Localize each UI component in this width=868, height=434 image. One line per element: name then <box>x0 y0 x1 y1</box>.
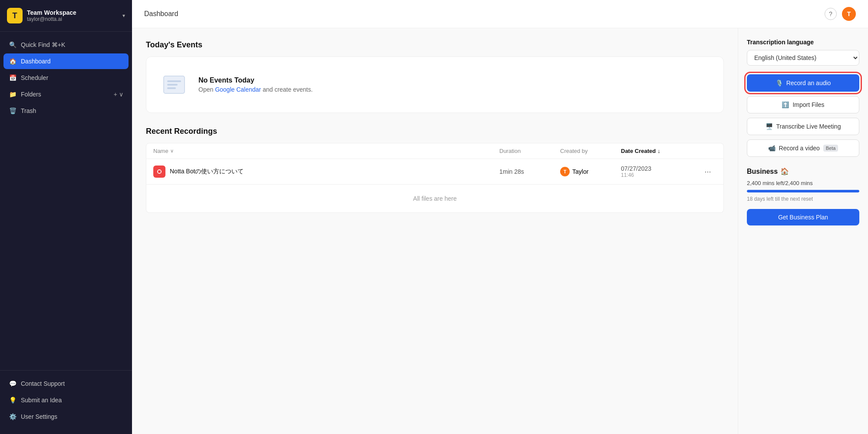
recording-date: 07/27/2023 11:46 <box>621 165 699 178</box>
sidebar-item-label: Submit an Idea <box>21 397 123 404</box>
col-date-created[interactable]: Date Created ↓ <box>621 148 699 154</box>
sidebar-item-folders[interactable]: 📁 Folders + ∨ <box>3 86 129 102</box>
workspace-header[interactable]: T Team Workspace taylor@notta.ai ▾ <box>0 0 132 32</box>
home-icon: 🏠 <box>9 58 17 65</box>
sidebar: T Team Workspace taylor@notta.ai ▾ 🔍 Qui… <box>0 0 132 434</box>
folder-actions: + ∨ <box>114 91 123 98</box>
recording-icon <box>153 166 165 178</box>
trash-icon: 🗑️ <box>9 107 17 114</box>
sidebar-item-user-settings[interactable]: ⚙️ User Settings <box>3 409 129 424</box>
recording-duration: 1min 28s <box>499 168 560 175</box>
avatar[interactable]: T <box>842 7 856 21</box>
recordings-section: Recent Recordings Name ∨ Duration Create… <box>146 127 724 213</box>
sidebar-item-label: User Settings <box>21 413 123 420</box>
google-calendar-link[interactable]: Google Calendar <box>215 86 261 93</box>
col-duration: Duration <box>499 148 560 154</box>
no-events-description: Open Google Calendar and create events. <box>198 86 313 93</box>
sidebar-item-label: Dashboard <box>21 58 123 65</box>
sidebar-item-trash[interactable]: 🗑️ Trash <box>3 103 129 119</box>
sidebar-item-label: Trash <box>21 107 123 114</box>
top-bar: Dashboard ? T <box>132 0 868 28</box>
record-video-button[interactable]: 📹 Record a video Beta <box>747 139 859 157</box>
progress-bar-fill <box>747 190 859 192</box>
no-events-illustration <box>160 71 188 99</box>
col-actions <box>699 148 716 154</box>
col-name[interactable]: Name ∨ <box>153 148 499 154</box>
crown-icon: 🏠 <box>780 167 789 176</box>
svg-rect-1 <box>167 80 181 82</box>
workspace-info: Team Workspace taylor@notta.ai <box>27 9 118 22</box>
more-options-button[interactable]: ··· <box>699 167 716 176</box>
import-files-button[interactable]: ⬆️ Import Files <box>747 96 859 113</box>
content-area: Today's Events No Events Today Open Goog… <box>132 28 868 434</box>
sidebar-item-submit-idea[interactable]: 💡 Submit an Idea <box>3 392 129 408</box>
sidebar-item-contact-support[interactable]: 💬 Contact Support <box>3 376 129 391</box>
lang-select[interactable]: English (United States) <box>747 50 859 66</box>
svg-rect-3 <box>167 87 176 89</box>
todays-events-title: Today's Events <box>146 40 724 50</box>
col-created-by: Created by <box>560 148 621 154</box>
workspace-email: taylor@notta.ai <box>27 16 118 22</box>
table-row[interactable]: Notta Botの使い方について 1min 28s T Taylor 07/2… <box>146 159 724 185</box>
sidebar-item-label: Scheduler <box>21 74 123 81</box>
sidebar-item-label: Quick Find ⌘+K <box>21 41 123 48</box>
creator-avatar: T <box>560 167 570 176</box>
reset-text: 18 days left till the next reset <box>747 196 859 202</box>
events-text: No Events Today Open Google Calendar and… <box>198 76 313 93</box>
lang-section: Transcription language English (United S… <box>747 39 859 66</box>
recording-creator: T Taylor <box>560 167 621 176</box>
recording-name: Notta Botの使い方について <box>153 166 499 178</box>
center-panel: Today's Events No Events Today Open Goog… <box>132 28 738 434</box>
sidebar-item-quick-find[interactable]: 🔍 Quick Find ⌘+K <box>3 37 129 53</box>
events-card: No Events Today Open Google Calendar and… <box>146 56 724 113</box>
workspace-icon: T <box>7 8 23 23</box>
main-content: Dashboard ? T Today's Events No Events T… <box>132 0 868 434</box>
recent-recordings-title: Recent Recordings <box>146 127 724 136</box>
calendar-icon: 📅 <box>9 74 17 81</box>
business-section: Business 🏠 2,400 mins left/2,400 mins 18… <box>747 167 859 225</box>
table-header: Name ∨ Duration Created by Date Created … <box>146 143 724 159</box>
transcribe-meeting-button[interactable]: 🖥️ Transcribe Live Meeting <box>747 118 859 135</box>
svg-rect-5 <box>158 170 161 173</box>
record-audio-button[interactable]: 🎙️ Record an audio <box>747 74 859 92</box>
workspace-name: Team Workspace <box>27 9 118 16</box>
svg-rect-2 <box>167 84 178 86</box>
video-icon: 📹 <box>768 145 776 152</box>
sidebar-item-label: Folders <box>21 91 109 98</box>
no-events-heading: No Events Today <box>198 76 313 84</box>
action-buttons: 🎙️ Record an audio ⬆️ Import Files 🖥️ Tr… <box>747 74 859 157</box>
top-bar-right: ? T <box>825 7 856 21</box>
sidebar-bottom: 💬 Contact Support 💡 Submit an Idea ⚙️ Us… <box>0 370 132 434</box>
sidebar-item-dashboard[interactable]: 🏠 Dashboard <box>3 53 129 69</box>
support-icon: 💬 <box>9 380 17 387</box>
meeting-icon: 🖥️ <box>766 123 773 130</box>
sidebar-item-scheduler[interactable]: 📅 Scheduler <box>3 70 129 86</box>
chevron-down-icon: ▾ <box>122 13 125 19</box>
search-icon: 🔍 <box>9 41 17 48</box>
chevron-down-icon[interactable]: ∨ <box>119 91 123 98</box>
sidebar-nav: 🔍 Quick Find ⌘+K 🏠 Dashboard 📅 Scheduler… <box>0 32 132 370</box>
mic-icon: 🎙️ <box>776 80 783 86</box>
folder-icon: 📁 <box>9 91 17 98</box>
lang-label: Transcription language <box>747 39 859 46</box>
all-files-note: All files are here <box>146 185 724 213</box>
business-header: Business 🏠 <box>747 167 859 176</box>
upload-icon: ⬆️ <box>782 101 789 108</box>
page-title: Dashboard <box>144 10 178 18</box>
sidebar-item-label: Contact Support <box>21 380 123 387</box>
idea-icon: 💡 <box>9 397 17 404</box>
right-panel: Transcription language English (United S… <box>738 28 868 434</box>
beta-badge: Beta <box>823 145 838 152</box>
gear-icon: ⚙️ <box>9 413 17 420</box>
progress-bar <box>747 190 859 192</box>
help-button[interactable]: ? <box>825 8 837 20</box>
add-folder-icon[interactable]: + <box>114 91 117 98</box>
get-business-plan-button[interactable]: Get Business Plan <box>747 209 859 225</box>
mins-text: 2,400 mins left/2,400 mins <box>747 180 859 186</box>
